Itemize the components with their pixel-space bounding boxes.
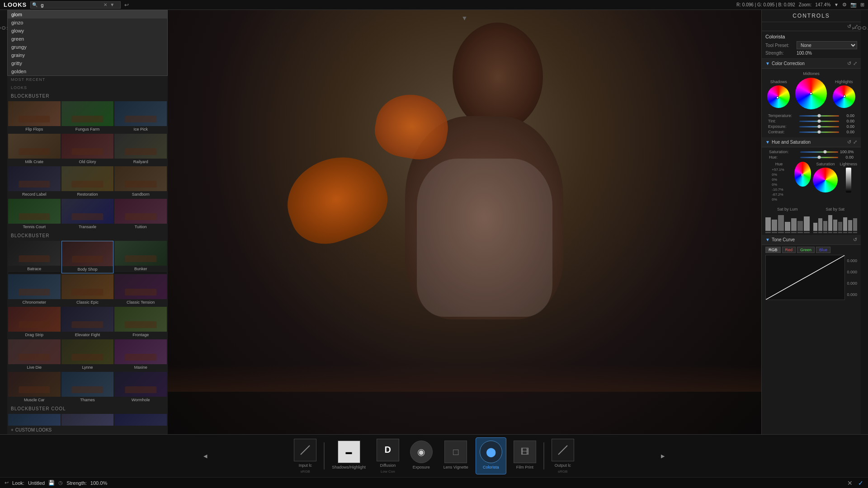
look-fungus-farm[interactable]: Fungus Farm xyxy=(61,101,114,133)
look-muscle-car[interactable]: Muscle Car xyxy=(8,372,61,404)
sat-wheel[interactable] xyxy=(813,168,838,192)
status-undo-icon[interactable]: ↩ xyxy=(5,480,9,486)
sat-sat-bar-3[interactable] xyxy=(823,221,827,231)
bottom-tool-lens-vignette[interactable]: □ Lens Vignette xyxy=(440,438,472,474)
autocomplete-item-grungy[interactable]: grungy xyxy=(8,43,167,51)
search-clear-icon[interactable]: ✕ xyxy=(102,2,108,7)
autocomplete-item-ginzo[interactable]: ginzo xyxy=(8,19,167,27)
bottom-tool-film-print[interactable]: 🎞 Film Print xyxy=(510,438,540,474)
sat-bar-7[interactable] xyxy=(804,216,809,231)
hue-sat-reset-icon[interactable]: ↺ xyxy=(847,139,851,145)
cc-copy-icon[interactable]: ⤢ xyxy=(853,61,857,66)
tc-btn-rgb[interactable]: RGB xyxy=(765,247,781,253)
bottom-tool-output-lc[interactable]: Output lc sRGB xyxy=(548,436,578,476)
bottom-tool-exposure[interactable]: ◉ Exposure xyxy=(406,438,436,474)
look-classic-epic[interactable]: Classic Epic xyxy=(61,274,114,306)
undo-icon[interactable]: ↩ xyxy=(124,2,129,8)
exposure-slider[interactable] xyxy=(799,126,839,127)
search-input[interactable] xyxy=(39,2,102,8)
tone-curve-expand-icon[interactable]: ▼ xyxy=(765,237,770,242)
tone-curve-reset-icon[interactable]: ↺ xyxy=(853,237,857,243)
tc-btn-red[interactable]: Red xyxy=(782,247,796,253)
sat-bar-2[interactable] xyxy=(772,220,777,231)
look-flip-flops[interactable]: Flip Flops xyxy=(8,101,61,133)
hue-slider[interactable] xyxy=(800,157,838,158)
look-cool1[interactable] xyxy=(8,414,61,426)
highlights-wheel[interactable] xyxy=(833,85,855,108)
bottom-tool-shadows[interactable]: ▬ Shadows/Highlight xyxy=(328,438,369,474)
hue-sat-expand-icon[interactable]: ▼ xyxy=(765,140,770,145)
look-transaxle[interactable]: Transaxle xyxy=(61,199,114,230)
sat-sat-bar-8[interactable] xyxy=(848,220,852,231)
tone-curve-canvas[interactable] xyxy=(765,255,845,300)
tint-slider[interactable] xyxy=(799,121,839,122)
temperature-slider[interactable] xyxy=(799,115,839,117)
settings-icon[interactable]: ⚙ xyxy=(842,2,847,8)
custom-looks-button[interactable]: + CUSTOM LOOKS xyxy=(7,426,168,434)
look-body-shop[interactable]: Body Shop xyxy=(61,241,114,273)
status-cancel-icon[interactable]: ✕ xyxy=(847,479,853,487)
camera-icon[interactable]: 📷 xyxy=(850,2,857,8)
look-chronometer[interactable]: Chronometer xyxy=(8,274,61,306)
midtones-wheel[interactable] xyxy=(795,78,827,109)
look-drag-strip[interactable]: Drag Strip xyxy=(8,307,61,338)
look-cool2[interactable] xyxy=(61,414,114,426)
sat-bar-1[interactable] xyxy=(765,217,771,231)
look-sandborn[interactable]: Sandborn xyxy=(114,166,167,198)
bottom-bar-right-arrow[interactable]: ▶ xyxy=(661,453,665,459)
look-tuition[interactable]: Tuition xyxy=(114,199,167,230)
status-confirm-icon[interactable]: ✓ xyxy=(858,479,863,487)
bottom-tool-input-lc[interactable]: Input lc sRGB xyxy=(290,436,320,476)
saturation-slider[interactable] xyxy=(800,151,838,153)
sat-bar-6[interactable] xyxy=(797,221,803,231)
autocomplete-item-gritty[interactable]: gritty xyxy=(8,59,167,67)
look-tennis-court[interactable]: Tennis Court xyxy=(8,199,61,230)
look-restoration[interactable]: Restoration xyxy=(61,166,114,198)
sat-sat-bar-9[interactable] xyxy=(853,218,857,231)
hue-sat-copy-icon[interactable]: ⤢ xyxy=(853,139,857,145)
look-live-die[interactable]: Live Die xyxy=(8,339,61,371)
bottom-tool-diffusion[interactable]: D Diffusion Low Con xyxy=(373,436,403,476)
autocomplete-item-green[interactable]: green xyxy=(8,35,167,43)
autocomplete-item-glowy[interactable]: glowy xyxy=(8,27,167,35)
look-old-glory[interactable]: Old Glory xyxy=(61,134,114,165)
shadows-wheel[interactable] xyxy=(767,85,790,108)
look-maxine[interactable]: Maxine xyxy=(114,339,167,371)
cc-expand-icon[interactable]: ▼ xyxy=(765,61,770,66)
search-box[interactable]: 🔍 ✕ ▼ xyxy=(30,1,121,9)
save-look-icon[interactable]: 💾 xyxy=(48,480,55,486)
sat-sat-bar-2[interactable] xyxy=(818,218,822,231)
sat-bar-5[interactable] xyxy=(791,218,797,231)
tool-preset-select[interactable]: None xyxy=(797,41,857,49)
look-record-label[interactable]: Record Label xyxy=(8,166,61,198)
sat-bar-3[interactable] xyxy=(778,215,783,231)
autocomplete-item-glom[interactable]: glom xyxy=(8,10,167,19)
look-ice-pick[interactable]: Ice Pick xyxy=(114,101,167,133)
look-frontage[interactable]: Frontage xyxy=(114,307,167,338)
sat-bar-4[interactable] xyxy=(785,222,790,231)
look-cool3[interactable] xyxy=(114,414,167,426)
search-dropdown-icon[interactable]: ▼ xyxy=(108,2,116,7)
bottom-tool-colorista[interactable]: ⬤ Colorista xyxy=(476,437,506,474)
cc-reset-icon[interactable]: ↺ xyxy=(847,61,851,66)
sat-sat-bar-1[interactable] xyxy=(813,223,817,231)
grid-icon[interactable]: ⊞ xyxy=(860,2,864,8)
bottom-bar-left-arrow[interactable]: ◀ xyxy=(203,453,207,459)
look-classic-tension[interactable]: Classic Tension xyxy=(114,274,167,306)
look-elevator-fight[interactable]: Elevator Fight xyxy=(61,307,114,338)
autocomplete-item-grainy[interactable]: grainy xyxy=(8,51,167,59)
look-batrace[interactable]: Batrace xyxy=(8,241,61,273)
tc-btn-blue[interactable]: Blue xyxy=(816,247,830,253)
look-thames[interactable]: Thames xyxy=(61,372,114,404)
sat-sat-bar-4[interactable] xyxy=(828,215,832,231)
lightness-bar[interactable] xyxy=(846,168,851,192)
look-lynne[interactable]: Lynne xyxy=(61,339,114,371)
tc-btn-green[interactable]: Green xyxy=(797,247,815,253)
contrast-slider[interactable] xyxy=(799,131,839,133)
panel-icon-1[interactable]: ↺ xyxy=(847,23,851,29)
look-railyard[interactable]: Railyard xyxy=(114,134,167,165)
look-milk-crate[interactable]: Milk Crate xyxy=(8,134,61,165)
sat-sat-bar-7[interactable] xyxy=(843,217,847,231)
look-bunker[interactable]: Bunker xyxy=(114,241,167,273)
look-wormhole[interactable]: Wormhole xyxy=(114,372,167,404)
